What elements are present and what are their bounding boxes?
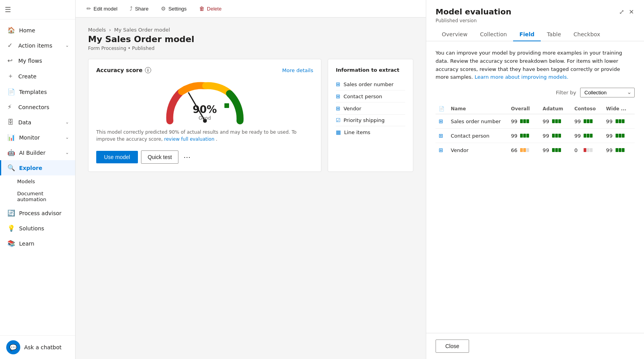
settings-button[interactable]: ⚙ Settings bbox=[159, 5, 188, 12]
my-flows-icon: ↩ bbox=[7, 57, 14, 64]
list-item: ☑ Priority shipping bbox=[336, 115, 405, 126]
panel-actions: ⤢ ✕ bbox=[618, 7, 635, 16]
page-title: My Sales Order model bbox=[88, 34, 413, 44]
tab-overview[interactable]: Overview bbox=[436, 28, 474, 41]
sidebar-item-label: Models bbox=[17, 179, 35, 184]
panel-description: You can improve your model by providing … bbox=[436, 49, 635, 81]
row-wide-cell: 99 bbox=[603, 114, 635, 129]
sidebar-item-learn[interactable]: 📚 Learn bbox=[0, 236, 75, 251]
row-icon-cell: ⊞ bbox=[436, 143, 448, 157]
sidebar-item-ai-builder[interactable]: 🤖 AI Builder ⌄ bbox=[0, 145, 75, 160]
action-items-icon: ✓ bbox=[7, 42, 14, 49]
sidebar-item-label: Home bbox=[19, 27, 35, 34]
evaluation-table: 📄 Name Overall Adatum Contoso bbox=[436, 104, 635, 157]
settings-icon: ⚙ bbox=[161, 5, 166, 12]
review-link[interactable]: review full evaluation bbox=[164, 136, 214, 142]
home-icon: 🏠 bbox=[7, 27, 15, 34]
more-options-button[interactable]: ⋯ bbox=[182, 152, 192, 163]
sidebar-item-home[interactable]: 🏠 Home bbox=[0, 23, 75, 38]
panel-subtitle: Published version bbox=[436, 18, 635, 23]
close-panel-button[interactable]: ✕ bbox=[628, 7, 635, 16]
accuracy-info-icon[interactable]: i bbox=[145, 67, 151, 73]
breadcrumb-separator: › bbox=[109, 27, 111, 33]
hamburger-icon[interactable]: ☰ bbox=[5, 5, 11, 14]
accuracy-description: This model correctly predicted 90% of ac… bbox=[96, 129, 313, 143]
table-icon: ▦ bbox=[336, 129, 341, 135]
field-icon: ⊞ bbox=[336, 81, 341, 87]
breadcrumb-models[interactable]: Models bbox=[88, 27, 106, 33]
data-icon: 🗄 bbox=[7, 118, 14, 126]
tab-checkbox[interactable]: Checkbox bbox=[567, 28, 606, 41]
sidebar-item-label: Learn bbox=[19, 241, 34, 247]
tab-table[interactable]: Table bbox=[541, 28, 567, 41]
col-overall: Overall bbox=[508, 104, 539, 114]
sidebar-item-label: My flows bbox=[18, 58, 42, 64]
sidebar-item-explore[interactable]: 🔍 Explore bbox=[0, 160, 75, 175]
sidebar-item-create[interactable]: ＋ Create bbox=[0, 68, 75, 84]
sidebar-item-connectors[interactable]: ⚡ Connectors bbox=[0, 99, 75, 115]
expand-button[interactable]: ⤢ bbox=[618, 7, 625, 16]
panel-footer: Close bbox=[426, 333, 644, 359]
gauge-percent: 90% bbox=[192, 104, 217, 115]
info-item-label: Sales order number bbox=[344, 81, 393, 87]
sidebar-item-action-items[interactable]: ✓ Action items ⌄ bbox=[0, 38, 75, 53]
ai-builder-icon: 🤖 bbox=[7, 149, 15, 156]
close-button[interactable]: Close bbox=[436, 340, 469, 353]
quick-test-button[interactable]: Quick test bbox=[141, 150, 178, 164]
list-item: ⊞ Sales order number bbox=[336, 78, 405, 90]
share-button[interactable]: ⤴ Share bbox=[128, 5, 150, 12]
sidebar-item-my-flows[interactable]: ↩ My flows bbox=[0, 53, 75, 68]
filter-select-wrap: Collection All Adatum Contoso Wide World bbox=[580, 88, 635, 97]
field-row-icon: ⊞ bbox=[439, 133, 443, 139]
learn-icon: 📚 bbox=[7, 240, 15, 247]
sidebar-item-document-automation[interactable]: Document automation bbox=[0, 187, 75, 205]
learn-more-link[interactable]: Learn more about improving models. bbox=[475, 74, 568, 80]
chatbot-label: Ask a chatbot bbox=[24, 344, 62, 350]
row-name-cell: Sales order number bbox=[448, 114, 508, 129]
field-icon: ⊞ bbox=[336, 93, 341, 99]
row-contoso-cell: 0 bbox=[571, 143, 603, 157]
sidebar-item-label: AI Builder bbox=[19, 150, 46, 156]
edit-model-button[interactable]: ✏ Edit model bbox=[85, 5, 119, 12]
breadcrumb: Models › My Sales Order model bbox=[88, 27, 413, 33]
info-card: Information to extract ⊞ Sales order num… bbox=[328, 59, 413, 172]
sidebar: ☰ 🏠 Home ✓ Action items ⌄ ↩ My flows ＋ C… bbox=[0, 0, 76, 359]
edit-label: Edit model bbox=[94, 6, 117, 12]
sidebar-item-label: Templates bbox=[19, 89, 47, 95]
sidebar-item-label: Monitor bbox=[19, 134, 40, 141]
panel-body: You can improve your model by providing … bbox=[426, 41, 644, 333]
filter-row: Filter by Collection All Adatum Contoso … bbox=[436, 88, 635, 97]
info-item-label: Contact person bbox=[344, 94, 382, 99]
accuracy-card-header: Accuracy score i More details bbox=[96, 67, 313, 73]
row-contoso-cell: 99 bbox=[571, 114, 603, 129]
col-adatum: Adatum bbox=[540, 104, 571, 114]
chatbot-button[interactable]: 💬 bbox=[6, 340, 20, 354]
templates-icon: 📄 bbox=[7, 88, 15, 95]
row-wide-cell: 99 bbox=[603, 143, 635, 157]
collection-filter-select[interactable]: Collection All Adatum Contoso Wide World bbox=[580, 88, 635, 97]
col-wide: Wide ... bbox=[603, 104, 635, 114]
row-wide-cell: 99 bbox=[603, 129, 635, 143]
sidebar-item-monitor[interactable]: 📊 Monitor ⌄ bbox=[0, 130, 75, 145]
filter-label: Filter by bbox=[556, 90, 576, 95]
more-details-link[interactable]: More details bbox=[282, 67, 313, 73]
tab-field[interactable]: Field bbox=[513, 28, 541, 41]
tab-collection[interactable]: Collection bbox=[474, 28, 513, 41]
sidebar-item-solutions[interactable]: 💡 Solutions bbox=[0, 221, 75, 236]
process-advisor-icon: 🔄 bbox=[7, 209, 15, 217]
sidebar-item-models[interactable]: Models bbox=[0, 175, 75, 187]
solutions-icon: 💡 bbox=[7, 225, 15, 232]
list-item: ▦ Line items bbox=[336, 126, 405, 138]
delete-button[interactable]: 🗑 Delete bbox=[198, 5, 223, 12]
monitor-icon: 📊 bbox=[7, 134, 15, 141]
col-contoso: Contoso bbox=[571, 104, 603, 114]
use-model-button[interactable]: Use model bbox=[96, 151, 138, 163]
chevron-down-icon: ⌄ bbox=[65, 150, 69, 155]
field-row-icon: ⊞ bbox=[439, 147, 443, 153]
sidebar-item-process-advisor[interactable]: 🔄 Process advisor bbox=[0, 205, 75, 221]
sidebar-item-data[interactable]: 🗄 Data ⌄ bbox=[0, 115, 75, 130]
row-overall-cell: 66 bbox=[508, 143, 539, 157]
gauge-wrap: 90% Good bbox=[162, 78, 248, 125]
sidebar-item-label: Action items bbox=[18, 42, 52, 49]
sidebar-item-templates[interactable]: 📄 Templates bbox=[0, 84, 75, 99]
